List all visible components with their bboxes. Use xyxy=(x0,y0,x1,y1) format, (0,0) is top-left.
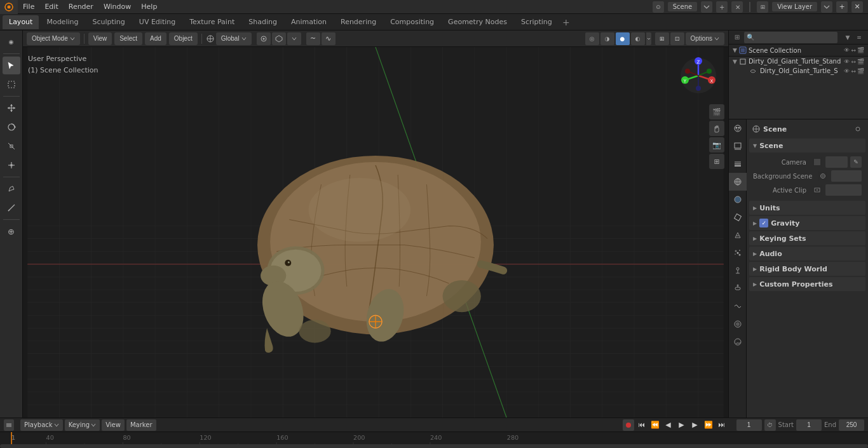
prop-tab-modifier[interactable] xyxy=(729,226,747,244)
prop-tab-particles[interactable] xyxy=(729,244,747,262)
scene-remove-btn[interactable]: ✕ xyxy=(731,1,743,13)
item1-sel[interactable]: ↔ xyxy=(851,68,856,74)
keying-sets-section-header[interactable]: ▶ Keying Sets xyxy=(749,231,865,245)
record-btn[interactable] xyxy=(623,419,634,431)
camera-edit-btn[interactable]: ✎ xyxy=(850,156,862,168)
prop-tab-data[interactable] xyxy=(729,297,747,315)
tab-uv-editing[interactable]: UV Editing xyxy=(133,15,182,29)
active-clip-icon[interactable] xyxy=(813,186,822,194)
add-menu-btn[interactable]: Add xyxy=(145,32,166,45)
timeline-scrollbar[interactable] xyxy=(0,444,868,448)
end-frame-input[interactable]: 250 xyxy=(839,419,864,431)
view-btn[interactable]: View xyxy=(102,419,125,431)
item0-expand[interactable]: ▼ xyxy=(733,58,737,65)
overlay-btn[interactable]: ⊞ xyxy=(655,32,669,45)
tab-rendering[interactable]: Rendering xyxy=(334,15,383,29)
viewport-gizmo[interactable]: Z X Y xyxy=(676,53,721,98)
visible-icon-1[interactable]: ~ xyxy=(306,32,320,45)
outliner-sort-btn[interactable]: ≡ xyxy=(854,32,864,43)
prop-tab-material[interactable] xyxy=(729,315,747,333)
jump-end-btn[interactable]: ⏭ xyxy=(716,419,728,431)
camera-color-swatch[interactable] xyxy=(813,158,822,166)
rigid-body-section-header[interactable]: ▶ Rigid Body World xyxy=(749,262,865,276)
audio-section-header[interactable]: ▶ Audio xyxy=(749,247,865,261)
marker-btn[interactable]: Marker xyxy=(126,419,156,431)
outliner-item-1[interactable]: ▶ Dirty_Old_Giant_Turtle_S 👁 ↔ 🎬 xyxy=(729,66,868,76)
item0-vis[interactable]: 👁 xyxy=(844,58,850,65)
outliner-restrict-1[interactable]: 👁 xyxy=(844,47,850,53)
active-clip-value[interactable] xyxy=(825,184,862,196)
prev-keyframe-btn[interactable]: ⏪ xyxy=(649,419,661,431)
object-mode-btn[interactable]: Object Mode xyxy=(27,32,80,45)
prop-tab-physics[interactable] xyxy=(729,262,747,280)
prop-tab-render[interactable] xyxy=(729,119,747,137)
viewport-shading-1[interactable]: ◎ xyxy=(585,32,599,45)
transform-tool[interactable] xyxy=(3,156,20,174)
tab-animation[interactable]: Animation xyxy=(285,15,333,29)
tab-scripting[interactable]: Scripting xyxy=(515,15,559,29)
tab-sculpting[interactable]: Sculpting xyxy=(86,15,131,29)
scene-add-btn[interactable]: + xyxy=(716,1,728,13)
scene-name[interactable]: Scene xyxy=(668,2,698,11)
box-select-tool[interactable] xyxy=(3,76,20,93)
item0-sel[interactable]: ↔ xyxy=(851,58,856,65)
scene-options-btn[interactable] xyxy=(701,1,712,13)
measure-tool[interactable] xyxy=(3,199,20,217)
object-menu-btn[interactable]: Object xyxy=(169,32,198,45)
units-section-header[interactable]: ▶ Units xyxy=(749,201,865,215)
prop-pin-btn[interactable] xyxy=(853,124,863,134)
proportional-edit-btn[interactable] xyxy=(257,32,271,45)
shading-dropdown[interactable] xyxy=(646,32,651,45)
select-tool[interactable] xyxy=(3,57,20,74)
prop-tab-world[interactable] xyxy=(729,191,747,208)
tab-layout[interactable]: Layout xyxy=(3,15,39,29)
outliner-filter-btn[interactable]: ▼ xyxy=(843,32,853,43)
tab-texture-paint[interactable]: Texture Paint xyxy=(183,15,241,29)
hand-tool-btn[interactable] xyxy=(709,121,724,136)
gravity-section-header[interactable]: ▶ ✓ Gravity xyxy=(749,216,865,230)
item1-vis[interactable]: 👁 xyxy=(844,68,850,74)
viewport-shading-solid[interactable]: ● xyxy=(616,32,630,45)
camera-icon-btn[interactable]: 📷 xyxy=(709,137,724,153)
prop-tab-shading[interactable] xyxy=(729,333,747,351)
add-workspace-btn[interactable]: + xyxy=(560,16,573,29)
prop-tab-constraints[interactable] xyxy=(729,280,747,297)
snap-btn[interactable] xyxy=(272,32,286,45)
view-layer-add[interactable]: + xyxy=(836,1,848,13)
timeline-type-btn[interactable] xyxy=(4,419,14,431)
tab-shading[interactable]: Shading xyxy=(242,15,283,29)
outliner-restrict-3[interactable]: 🎬 xyxy=(857,47,864,53)
move-tool[interactable] xyxy=(3,99,20,117)
visible-icon-2[interactable]: ∿ xyxy=(322,32,336,45)
view-layer-name[interactable]: View Layer xyxy=(772,2,817,11)
tab-modeling[interactable]: Modeling xyxy=(40,15,85,29)
options-btn[interactable]: Options xyxy=(686,32,724,45)
menu-window[interactable]: Window xyxy=(98,0,136,14)
outliner-item-0[interactable]: ▼ Dirty_Old_Giant_Turtle_Stand 👁 ↔ 🎬 xyxy=(729,57,868,66)
transform-global-btn[interactable]: Global xyxy=(216,32,252,45)
scale-tool[interactable] xyxy=(3,137,20,155)
bg-scene-icon[interactable] xyxy=(818,172,827,180)
menu-file[interactable]: File xyxy=(18,0,39,14)
keying-btn[interactable]: Keying xyxy=(65,419,100,431)
3d-viewport[interactable]: Object Mode View Select Add Object Globa… xyxy=(23,31,728,417)
item1-cam[interactable]: 🎬 xyxy=(857,68,864,74)
bg-scene-value[interactable] xyxy=(831,170,862,182)
add-object-tool[interactable]: ⊕ xyxy=(3,222,20,240)
camera-view-btn[interactable]: 🎬 xyxy=(709,104,724,119)
menu-help[interactable]: Help xyxy=(136,0,162,14)
camera-value-field[interactable] xyxy=(825,156,848,168)
gravity-checkbox[interactable]: ✓ xyxy=(759,219,768,227)
snap-options-btn[interactable] xyxy=(287,32,301,45)
prop-tab-view-layer[interactable] xyxy=(729,155,747,173)
jump-start-btn[interactable]: ⏮ xyxy=(636,419,648,431)
tab-geometry-nodes[interactable]: Geometry Nodes xyxy=(442,15,513,29)
outliner-search[interactable] xyxy=(744,32,837,43)
select-menu-btn[interactable]: Select xyxy=(114,32,142,45)
playback-btn[interactable]: Playback xyxy=(20,419,63,431)
outliner-restrict-2[interactable]: ↔ xyxy=(851,47,856,53)
mode-toggle-btn[interactable]: ◉ xyxy=(3,33,20,51)
collection-expand-icon[interactable]: ▼ xyxy=(733,47,737,53)
next-keyframe-btn[interactable]: ⏩ xyxy=(703,419,714,431)
prop-tab-object[interactable] xyxy=(729,208,747,226)
